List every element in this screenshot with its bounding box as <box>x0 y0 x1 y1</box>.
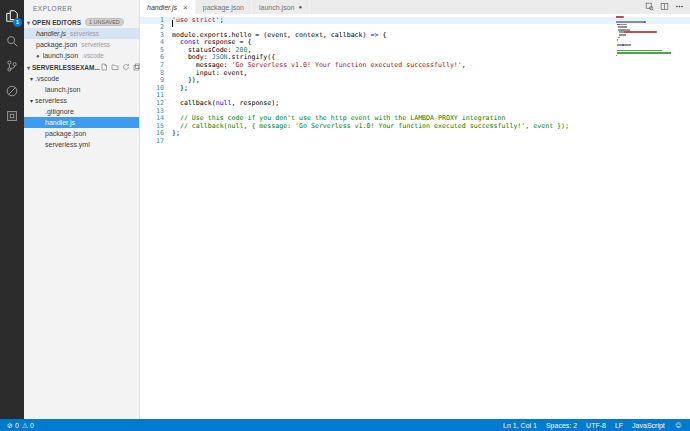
open-editors-count-badge: 1 <box>13 18 22 27</box>
minimap-line <box>616 44 678 46</box>
open-editor-filename: handler.js <box>36 30 66 37</box>
minimap-line <box>616 50 678 52</box>
explorer-sidebar: EXPLORER ▾ OPEN EDITORS 1 UNSAVED handle… <box>24 0 140 419</box>
folder-section-header[interactable]: ▾ SERVERLESSEXAM... <box>24 61 139 73</box>
file-name: .gitignore <box>45 108 74 115</box>
line-text: }; <box>164 85 690 93</box>
tree-item-serverless-yml[interactable]: serverless.yml <box>24 139 139 150</box>
tab-package-json[interactable]: package.json <box>196 0 252 14</box>
tab-label: handler.js <box>147 4 177 11</box>
minimap-line <box>616 52 678 54</box>
minimap-line <box>616 24 678 26</box>
editor-actions <box>645 0 690 14</box>
minimap-line <box>616 26 678 28</box>
code-line: 16}; <box>140 130 690 138</box>
activity-bar-item-debug[interactable] <box>0 80 24 105</box>
open-editor-item[interactable]: handler.jsserverless <box>24 28 139 39</box>
status-bar-right: Ln 1, Col 1Spaces: 2UTF-8LFJavaScript☺ <box>503 420 683 430</box>
dirty-dot-icon: ● <box>298 4 302 10</box>
tree-item-package-json[interactable]: package.json <box>24 128 139 139</box>
activity-bar-item-extensions[interactable] <box>0 105 24 130</box>
new-folder-icon[interactable] <box>111 63 119 72</box>
activity-bar-item-search[interactable] <box>0 30 24 55</box>
line-text: // callback(null, { message: 'Go Serverl… <box>164 123 690 131</box>
status-eol-sequence[interactable]: LF <box>615 422 623 429</box>
code-content: 1'use strict';23module.exports.hello = (… <box>140 14 690 146</box>
code-line: 1'use strict'; <box>140 17 690 25</box>
minimap-line <box>616 42 678 44</box>
minimap-line <box>616 31 678 33</box>
code-line: 15 // callback(null, { message: 'Go Serv… <box>140 123 690 131</box>
tree-item--vscode[interactable]: ▾.vscode <box>24 73 139 84</box>
tab-launch-json[interactable]: launch.json● <box>252 0 310 14</box>
code-line: 9 }), <box>140 77 690 85</box>
status-warnings[interactable]: ⚠0 <box>22 422 34 429</box>
line-text: input: event, <box>164 70 690 78</box>
minimap-line <box>616 37 678 39</box>
open-editor-filename: launch.json <box>43 52 78 59</box>
smiley-icon[interactable]: ☺ <box>674 420 683 430</box>
code-line: 8 input: event, <box>140 70 690 78</box>
tab-label: package.json <box>203 4 244 11</box>
line-number: 17 <box>140 138 164 146</box>
open-editor-filename: package.json <box>36 41 77 48</box>
open-editors-header[interactable]: ▾ OPEN EDITORS 1 UNSAVED <box>24 16 139 28</box>
open-editor-item[interactable]: ●launch.json.vscode <box>24 50 139 61</box>
status-bar: ⊘0⚠0 Ln 1, Col 1Spaces: 2UTF-8LFJavaScri… <box>0 419 690 431</box>
line-text: }), <box>164 77 690 85</box>
tree-item--gitignore[interactable]: .gitignore <box>24 106 139 117</box>
tab-handler-js[interactable]: handler.js× <box>140 0 196 14</box>
minimap-line <box>616 39 678 41</box>
minimap-line <box>616 57 678 59</box>
tree-item-serverless[interactable]: ▾serverless <box>24 95 139 106</box>
activity-bar-item-source-control[interactable] <box>0 55 24 80</box>
tab-label: launch.json <box>259 4 294 11</box>
source-control-icon <box>5 59 19 77</box>
status-encoding[interactable]: UTF-8 <box>586 422 606 429</box>
code-editor[interactable]: 1'use strict';23module.exports.hello = (… <box>140 14 690 419</box>
open-editor-path: serverless <box>81 41 110 48</box>
minimap-line <box>616 19 678 21</box>
open-preview-icon[interactable] <box>645 2 654 12</box>
minimap[interactable] <box>616 16 678 60</box>
status-errors[interactable]: ⊘0 <box>7 422 19 429</box>
close-icon[interactable]: × <box>183 3 188 12</box>
folder-expanded-icon: ▾ <box>28 97 35 104</box>
folder-section-actions <box>100 63 145 72</box>
folder-section-label: SERVERLESSEXAM... <box>32 64 100 71</box>
file-name: serverless.yml <box>45 141 90 148</box>
minimap-line <box>616 55 678 57</box>
status-count: 0 <box>15 422 19 429</box>
warning-triangle-icon: ⚠ <box>22 422 28 429</box>
unsaved-count-badge: 1 UNSAVED <box>85 18 124 27</box>
status-count: 0 <box>30 422 34 429</box>
extensions-icon <box>5 109 19 127</box>
error-circle-icon: ⊘ <box>7 422 13 429</box>
refresh-icon[interactable] <box>122 63 130 72</box>
folder-name: serverless <box>35 97 67 104</box>
code-line: 12 callback(null, response); <box>140 100 690 108</box>
minimap-line <box>616 29 678 31</box>
file-name: launch.json <box>45 86 80 93</box>
line-text <box>164 138 690 146</box>
status-language-mode[interactable]: JavaScript <box>632 422 665 429</box>
status-indentation[interactable]: Spaces: 2 <box>546 422 577 429</box>
editor-area: handler.js×package.jsonlaunch.json● 1'us… <box>140 0 690 419</box>
activity-bar-item-explorer[interactable]: 1 <box>0 5 24 30</box>
open-editor-item[interactable]: package.jsonserverless <box>24 39 139 50</box>
minimap-line <box>616 34 678 36</box>
open-editor-path: .vscode <box>82 52 104 59</box>
minimap-line <box>616 16 678 18</box>
file-tree: ▾.vscodelaunch.json▾serverless.gitignore… <box>24 73 139 150</box>
sidebar-title: EXPLORER <box>24 0 139 16</box>
tabs-container: handler.js×package.jsonlaunch.json● <box>140 0 310 14</box>
new-file-icon[interactable] <box>100 63 108 72</box>
split-editor-icon[interactable] <box>660 2 669 12</box>
more-actions-icon[interactable] <box>675 2 684 12</box>
tree-item-launch-json[interactable]: launch.json <box>24 84 139 95</box>
file-name: handler.js <box>45 119 75 126</box>
status-cursor-position[interactable]: Ln 1, Col 1 <box>503 422 537 429</box>
file-name: package.json <box>45 130 86 137</box>
tree-item-handler-js[interactable]: handler.js <box>24 117 139 128</box>
line-text: callback(null, response); <box>164 100 690 108</box>
